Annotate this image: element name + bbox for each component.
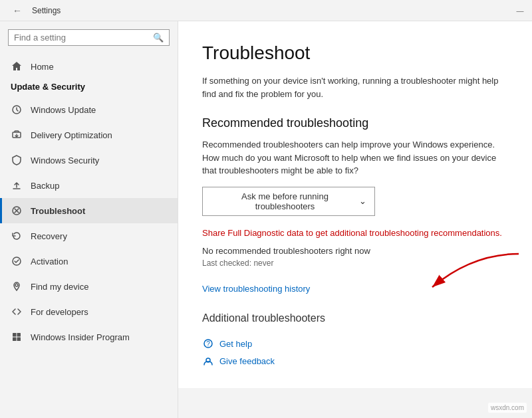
page-title: Troubleshoot [202, 43, 508, 64]
title-bar-title: Settings [32, 6, 61, 15]
dropdown-chevron-icon: ⌄ [359, 196, 366, 206]
svg-rect-9 [13, 338, 17, 342]
recovery-icon [11, 230, 23, 242]
sidebar-item-windows-update[interactable]: Windows Update [0, 97, 178, 122]
get-help-link[interactable]: ? Get help [202, 338, 508, 350]
last-checked-text: Last checked: never [202, 259, 508, 268]
windows-insider-label: Windows Insider Program [31, 332, 130, 342]
recommended-section-title: Recommended troubleshooting [202, 116, 508, 130]
get-help-icon: ? [202, 338, 214, 350]
give-feedback-link[interactable]: Give feedback [202, 355, 508, 367]
troubleshoot-label: Troubleshoot [31, 206, 85, 216]
sidebar-item-recovery[interactable]: Recovery [0, 223, 178, 249]
backup-label: Backup [31, 181, 59, 191]
svg-point-6 [15, 284, 18, 286]
windows-security-icon [11, 154, 23, 166]
delivery-optimization-label: Delivery Optimization [31, 130, 112, 140]
no-troubleshooters-text: No recommended troubleshooters right now [202, 246, 508, 256]
sidebar-item-activation[interactable]: Activation [0, 249, 178, 274]
sidebar-item-windows-insider[interactable]: Windows Insider Program [0, 324, 178, 350]
dropdown-label: Ask me before running troubleshooters [211, 191, 359, 211]
windows-update-label: Windows Update [31, 105, 96, 115]
sidebar-section-title: Update & Security [0, 79, 178, 97]
search-icon: 🔍 [153, 33, 164, 43]
title-bar-left: ← Settings [8, 1, 61, 20]
find-my-device-icon [11, 280, 23, 292]
search-input[interactable] [14, 33, 149, 43]
sidebar-item-delivery-optimization[interactable]: Delivery Optimization [0, 122, 178, 148]
svg-rect-10 [17, 338, 21, 342]
title-bar-controls: — [516, 7, 524, 15]
recommended-section-desc: Recommended troubleshooters can help imp… [202, 138, 508, 177]
share-diagnostic-link[interactable]: Share Full Diagnostic data to get additi… [202, 227, 508, 240]
search-box[interactable]: 🔍 [8, 29, 170, 46]
troubleshoot-icon [11, 205, 23, 217]
minimize-button[interactable]: — [516, 7, 524, 15]
home-icon [11, 60, 23, 72]
view-history-link[interactable]: View troubleshooting history [202, 284, 508, 294]
sidebar-item-troubleshoot[interactable]: Troubleshoot [0, 198, 178, 223]
troubleshooter-dropdown[interactable]: Ask me before running troubleshooters ⌄ [202, 187, 375, 216]
watermark: wsxdn.com [488, 403, 527, 413]
activation-icon [11, 255, 23, 267]
intro-text: If something on your device isn't workin… [202, 74, 508, 100]
for-developers-label: For developers [31, 307, 88, 317]
sidebar-item-home[interactable]: Home [0, 54, 178, 79]
get-help-label: Get help [219, 339, 252, 349]
recovery-label: Recovery [31, 231, 67, 241]
svg-rect-7 [13, 333, 17, 337]
svg-text:?: ? [206, 340, 210, 348]
windows-security-label: Windows Security [31, 156, 99, 165]
find-my-device-label: Find my device [31, 282, 88, 292]
additional-troubleshooters-title: Additional troubleshooters [202, 312, 508, 324]
title-bar: ← Settings — [0, 0, 532, 21]
sidebar-item-for-developers[interactable]: For developers [0, 299, 178, 324]
give-feedback-label: Give feedback [219, 356, 275, 366]
sidebar-item-backup[interactable]: Backup [0, 173, 178, 198]
help-links: ? Get help Give feedback [202, 338, 508, 367]
backup-icon [11, 179, 23, 191]
main-layout: 🔍 Home Update & Security Windows Update [0, 21, 532, 418]
svg-rect-8 [17, 333, 21, 337]
content-area: Troubleshoot If something on your device… [178, 21, 532, 388]
windows-insider-icon [11, 331, 23, 343]
sidebar-item-find-my-device[interactable]: Find my device [0, 274, 178, 299]
activation-label: Activation [31, 257, 68, 266]
back-button[interactable]: ← [8, 1, 27, 20]
home-label: Home [31, 62, 54, 72]
sidebar: 🔍 Home Update & Security Windows Update [0, 21, 178, 418]
give-feedback-icon [202, 355, 214, 367]
delivery-optimization-icon [11, 129, 23, 141]
sidebar-item-windows-security[interactable]: Windows Security [0, 148, 178, 173]
windows-update-icon [11, 104, 23, 116]
for-developers-icon [11, 306, 23, 318]
